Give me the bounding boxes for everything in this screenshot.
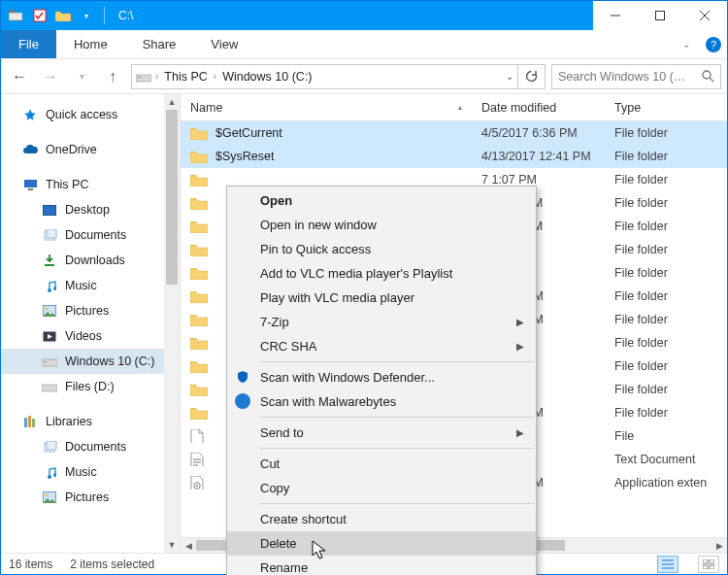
help-icon[interactable]: ? <box>700 30 727 58</box>
nav-lib-documents[interactable]: Documents <box>1 434 180 459</box>
file-type: File <box>605 429 727 443</box>
breadcrumb-this-pc[interactable]: This PC <box>162 70 209 84</box>
recent-locations-dropdown[interactable]: ▾ <box>69 64 94 89</box>
file-type: Application exten <box>605 476 727 490</box>
file-type: File folder <box>605 220 727 233</box>
search-input[interactable]: Search Windows 10 (… <box>551 64 721 89</box>
nav-onedrive[interactable]: OneDrive <box>1 137 180 162</box>
nav-downloads[interactable]: Downloads <box>1 248 180 273</box>
file-tab[interactable]: File <box>1 30 56 58</box>
breadcrumb-drive[interactable]: Windows 10 (C:) <box>220 70 314 84</box>
defender-icon <box>235 369 250 385</box>
nav-music[interactable]: Music <box>1 273 180 298</box>
context-menu-item[interactable]: Cut <box>227 452 536 476</box>
file-date: 7 1:07 PM <box>472 173 605 186</box>
svg-rect-15 <box>45 264 54 266</box>
desktop-icon <box>42 202 57 218</box>
qat-dropdown-icon[interactable]: ▾ <box>77 6 96 25</box>
tab-home[interactable]: Home <box>56 30 125 58</box>
nav-drive-c[interactable]: Windows 10 (C:) <box>1 349 180 374</box>
nav-quick-access[interactable]: Quick access <box>1 102 180 127</box>
sort-indicator-icon: ▴ <box>458 103 462 112</box>
svg-rect-8 <box>138 77 141 78</box>
context-menu-item[interactable]: Play with VLC media player <box>227 286 536 310</box>
svg-rect-23 <box>28 416 31 427</box>
up-button[interactable]: ↑ <box>100 64 125 89</box>
file-type: Text Document <box>605 453 727 466</box>
svg-rect-20 <box>44 361 47 362</box>
search-icon <box>702 70 714 83</box>
nav-desktop[interactable]: Desktop <box>1 197 180 222</box>
scroll-left-icon[interactable]: ◀ <box>181 538 196 554</box>
folder-icon <box>190 150 208 163</box>
scroll-right-icon[interactable]: ▶ <box>711 538 727 554</box>
scroll-thumb[interactable] <box>166 110 178 285</box>
tab-view[interactable]: View <box>193 30 255 58</box>
svg-rect-14 <box>47 229 56 238</box>
file-row[interactable]: $SysReset4/13/2017 12:41 PMFile folder <box>181 145 727 168</box>
context-menu-item[interactable]: Create shortcut <box>227 507 536 531</box>
file-type: File folder <box>605 383 727 396</box>
folder-icon <box>190 243 208 256</box>
close-button[interactable] <box>682 1 727 30</box>
tab-share[interactable]: Share <box>125 30 194 58</box>
context-menu-item[interactable]: Add to VLC media player's Playlist <box>227 261 536 286</box>
maximize-button[interactable] <box>638 1 682 30</box>
svg-rect-21 <box>42 385 57 391</box>
file-type: File folder <box>605 313 727 326</box>
nav-label: Documents <box>65 228 126 242</box>
forward-button[interactable]: → <box>38 64 63 89</box>
nav-this-pc[interactable]: This PC <box>1 172 180 197</box>
nav-videos[interactable]: Videos <box>1 323 180 349</box>
quick-access-toolbar: ▾ <box>1 6 115 25</box>
back-button[interactable]: ← <box>7 64 32 89</box>
svg-rect-4 <box>656 12 665 20</box>
folder-icon <box>190 196 208 210</box>
nav-pictures[interactable]: Pictures <box>1 298 180 323</box>
refresh-button[interactable] <box>518 64 546 89</box>
nav-lib-music[interactable]: Music <box>1 459 180 485</box>
scroll-up-icon[interactable]: ▲ <box>164 94 180 110</box>
nav-label: Windows 10 (C:) <box>65 355 154 368</box>
ribbon-expand-icon[interactable]: ⌄ <box>673 30 700 58</box>
context-menu-item[interactable]: Scan with Malwarebytes <box>227 389 536 414</box>
folder-icon <box>190 173 208 186</box>
context-menu-item[interactable]: Scan with Windows Defender... <box>227 365 536 389</box>
context-menu-item[interactable]: Open <box>227 188 536 213</box>
window-controls <box>593 1 727 30</box>
context-menu-item[interactable]: 7-Zip▶ <box>227 310 536 334</box>
context-menu-item[interactable]: Open in new window <box>227 213 536 237</box>
folder-icon <box>190 359 208 373</box>
context-menu-item[interactable]: Pin to Quick access <box>227 237 536 261</box>
file-row[interactable]: $GetCurrent4/5/2017 6:36 PMFile folder <box>181 121 727 145</box>
folder-icon <box>42 227 57 243</box>
column-date[interactable]: Date modified <box>472 101 605 115</box>
context-menu-item[interactable]: Copy <box>227 476 536 500</box>
address-bar[interactable]: › This PC › Windows 10 (C:) ⌄ <box>131 64 518 89</box>
nav-documents[interactable]: Documents <box>1 222 180 248</box>
nav-lib-pictures[interactable]: Pictures <box>1 485 180 510</box>
svg-rect-39 <box>703 565 708 569</box>
context-menu-item[interactable]: Delete <box>227 531 536 556</box>
address-dropdown-icon[interactable]: ⌄ <box>506 71 513 82</box>
nav-drive-d[interactable]: Files (D:) <box>1 374 180 399</box>
submenu-arrow-icon: ▶ <box>516 317 524 327</box>
column-name[interactable]: Name▴ <box>181 101 472 115</box>
file-type: File folder <box>605 336 727 350</box>
scroll-down-icon[interactable]: ▼ <box>164 537 180 553</box>
view-details-button[interactable] <box>657 556 678 573</box>
qat-newfolder-icon[interactable] <box>53 6 73 25</box>
minimize-button[interactable] <box>593 1 638 30</box>
context-menu-label: Scan with Windows Defender... <box>260 370 435 385</box>
context-menu-item[interactable]: CRC SHA▶ <box>227 334 536 358</box>
nav-label: Pictures <box>65 304 109 318</box>
nav-scrollbar[interactable]: ▲ ▼ <box>164 94 180 553</box>
context-menu-item[interactable]: Rename <box>227 556 536 575</box>
svg-rect-7 <box>136 75 151 82</box>
nav-libraries[interactable]: Libraries <box>1 409 180 434</box>
context-menu-item[interactable]: Send to▶ <box>227 421 536 445</box>
column-type[interactable]: Type <box>605 101 727 115</box>
qat-properties-icon[interactable] <box>30 6 50 25</box>
view-large-icons-button[interactable] <box>698 556 719 573</box>
context-menu-separator <box>260 417 534 418</box>
